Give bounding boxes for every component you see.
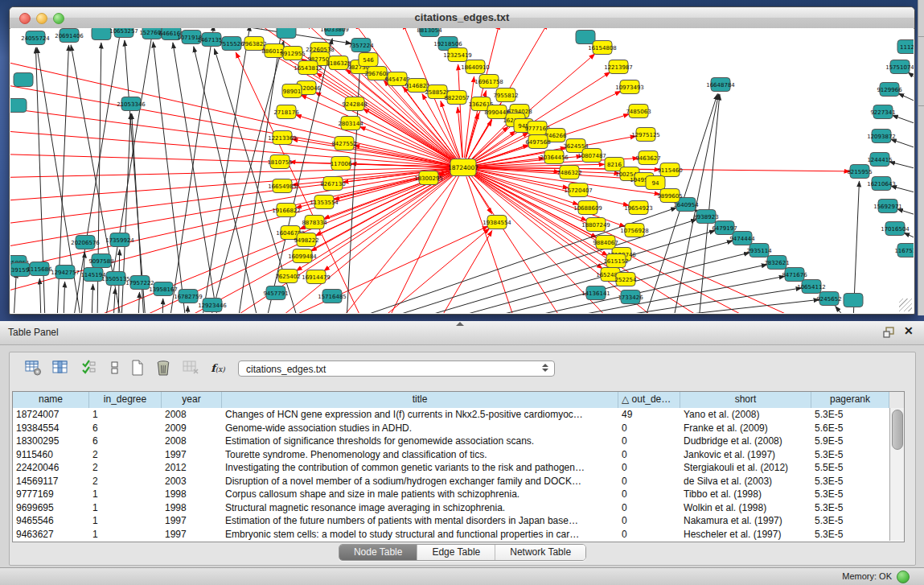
network-edge[interactable] xyxy=(173,43,218,313)
table-cell[interactable]: 5.3E-5 xyxy=(811,514,889,528)
table-cell[interactable]: 6 xyxy=(89,435,162,448)
network-node[interactable]: 12093872 xyxy=(867,130,896,143)
network-node[interactable]: 16648784 xyxy=(706,78,735,92)
network-edge[interactable] xyxy=(105,28,154,313)
network-edge[interactable] xyxy=(892,115,914,126)
scrollbar-thumb[interactable] xyxy=(892,410,903,450)
table-cell[interactable]: 49 xyxy=(618,408,680,422)
network-edge[interactable] xyxy=(14,272,16,313)
table-cell[interactable]: Estimation of significance thresholds fo… xyxy=(222,435,618,448)
network-node[interactable]: 1615152 xyxy=(603,254,628,268)
table-cell[interactable]: Franke et al. (2009) xyxy=(680,422,811,435)
column-header[interactable]: △ out_de… xyxy=(618,392,680,408)
network-node[interactable]: 9463627 xyxy=(635,151,660,165)
network-node[interactable]: 8471676 xyxy=(782,268,807,282)
table-cell[interactable]: Estimation of the future numbers of pati… xyxy=(222,514,618,528)
table-cell[interactable]: 2012 xyxy=(162,461,222,475)
network-node[interactable]: 12213987 xyxy=(604,60,633,74)
column-header[interactable]: short xyxy=(680,392,811,408)
network-node[interactable]: 10654112 xyxy=(797,280,826,294)
table-cell[interactable]: 18724007 xyxy=(13,408,89,422)
network-node[interactable]: 9115460 xyxy=(657,163,682,177)
network-edge[interactable] xyxy=(908,72,914,81)
network-node[interactable]: 9227341 xyxy=(870,105,895,119)
network-node[interactable]: 8878334 xyxy=(302,216,327,229)
network-edge[interactable] xyxy=(458,64,463,158)
network-node[interactable]: 546 xyxy=(359,53,378,67)
network-node[interactable]: 8215955 xyxy=(847,165,872,179)
table-cell[interactable]: 0 xyxy=(618,488,680,501)
network-node[interactable]: 8912955 xyxy=(280,47,305,60)
table-cell[interactable]: 6 xyxy=(89,422,162,435)
close-panel-icon[interactable]: ✕ xyxy=(904,324,914,337)
network-node[interactable]: 9498222 xyxy=(294,233,318,247)
window-titlebar[interactable]: citations_edges.txt xyxy=(10,7,914,29)
network-node[interactable]: 98901 xyxy=(282,84,302,98)
table-cell[interactable]: 1 xyxy=(89,514,162,528)
network-node[interactable]: 1167533 xyxy=(894,244,914,257)
table-row[interactable]: 1456911722003Disruption of a novel membe… xyxy=(13,475,889,488)
table-cell[interactable]: 0 xyxy=(618,435,680,448)
network-node[interactable]: 117006 xyxy=(331,157,352,171)
table-cell[interactable]: 0 xyxy=(618,461,680,475)
network-node[interactable]: 18724007 xyxy=(448,159,478,176)
network-node[interactable]: 8938923 xyxy=(693,210,718,224)
network-node[interactable]: 9129966 xyxy=(877,83,902,97)
network-edge[interactable] xyxy=(898,93,914,104)
row-height-icon[interactable] xyxy=(106,359,124,377)
network-node[interactable]: 15692971 xyxy=(873,200,902,213)
table-cell[interactable]: 5.3E-5 xyxy=(811,448,889,462)
network-edge[interactable] xyxy=(162,299,163,313)
network-edge[interactable] xyxy=(10,170,454,274)
table-cell[interactable]: Dudbridge et al. (2008) xyxy=(680,435,811,448)
network-edge[interactable] xyxy=(897,209,914,216)
network-edge[interactable] xyxy=(904,233,914,241)
table-cell[interactable]: 2008 xyxy=(162,435,222,448)
network-node[interactable]: 2935114 xyxy=(746,244,772,257)
table-row[interactable]: 2242004622012Investigating the contribut… xyxy=(13,461,889,475)
table-cell[interactable]: 2 xyxy=(89,448,162,462)
network-edge[interactable] xyxy=(339,175,457,313)
network-node[interactable]: 7955812 xyxy=(493,89,518,102)
column-header[interactable]: title xyxy=(222,392,618,408)
network-node[interactable]: 18640910 xyxy=(461,60,490,74)
table-cell[interactable]: 9465546 xyxy=(13,514,89,528)
network-node[interactable]: 9097588 xyxy=(88,254,113,268)
network-edge[interactable] xyxy=(187,306,188,313)
network-node[interactable]: 8813054 xyxy=(417,28,442,37)
table-cell[interactable]: 9699695 xyxy=(13,501,89,515)
table-cell[interactable]: de Silva et al. (2003) xyxy=(680,475,811,488)
network-edge[interactable] xyxy=(10,81,454,166)
network-node[interactable]: 7625402 xyxy=(275,270,300,283)
table-cell[interactable]: Nakamura et al. (1997) xyxy=(680,514,811,528)
delete-rows-icon[interactable] xyxy=(154,359,172,377)
network-edge[interactable] xyxy=(39,278,41,313)
table-cell[interactable]: 1 xyxy=(89,408,162,422)
network-node[interactable]: 2718176 xyxy=(273,105,299,119)
table-row[interactable]: 946362711997Embryonic stem cells: a mode… xyxy=(13,528,889,542)
table-cell[interactable]: Genome-wide association studies in ADHD. xyxy=(222,422,618,435)
table-cell[interactable]: 1 xyxy=(89,528,162,542)
network-node[interactable]: 9474444 xyxy=(729,232,755,245)
table-row[interactable]: 1830029562008Estimation of significance … xyxy=(13,435,889,448)
table-row[interactable]: 977716911998Corpus callosum shape and si… xyxy=(13,488,889,501)
table-selector-dropdown[interactable]: citations_edges.txt xyxy=(238,360,555,377)
function-builder-icon[interactable]: f(x) xyxy=(209,359,227,377)
table-cell[interactable]: Embryonic stem cells: a model to study s… xyxy=(222,528,618,542)
column-header[interactable]: pagerank xyxy=(811,392,889,408)
network-edge[interactable] xyxy=(441,241,733,313)
network-node[interactable] xyxy=(576,31,595,44)
network-node[interactable]: 16961758 xyxy=(474,75,503,89)
network-node[interactable]: 9245652 xyxy=(816,292,841,306)
network-node[interactable]: 16033809 xyxy=(320,28,349,36)
network-canvas[interactable]: 2405572420691406106532571527602646616010… xyxy=(10,28,914,313)
network-node[interactable]: 24055724 xyxy=(21,31,50,45)
network-edge[interactable] xyxy=(699,94,720,313)
table-cell[interactable]: 14569117 xyxy=(13,475,89,488)
table-cell[interactable]: Disruption of a novel member of a sodium… xyxy=(222,475,618,488)
table-cell[interactable]: 2 xyxy=(89,461,162,475)
table-cell[interactable]: 1997 xyxy=(162,514,222,528)
network-node[interactable]: 7485063 xyxy=(626,105,651,118)
table-cell[interactable]: 19384554 xyxy=(13,422,89,435)
table-cell[interactable]: Jankovic et al. (1997) xyxy=(680,448,811,462)
